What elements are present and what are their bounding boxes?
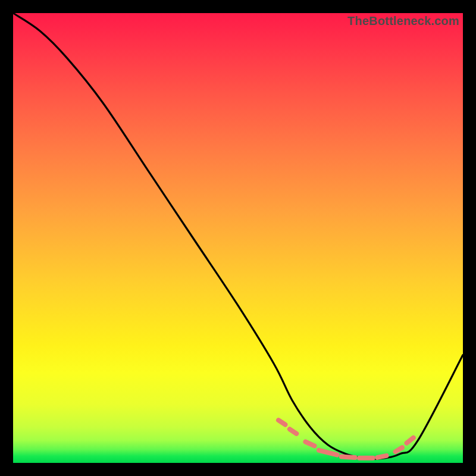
- dashed-marker-segment: [407, 438, 414, 443]
- dashed-marker-segment: [305, 442, 314, 446]
- dashed-marker-segment: [290, 429, 296, 434]
- dashed-marker-segment: [319, 450, 337, 455]
- dashed-marker-segment: [342, 456, 355, 458]
- dashed-marker-group: [278, 420, 414, 458]
- watermark-text: TheBottleneck.com: [347, 14, 459, 28]
- dashed-marker-segment: [278, 420, 285, 425]
- dashed-marker-segment: [377, 456, 386, 458]
- bottleneck-curve-line: [13, 13, 463, 459]
- dashed-marker-segment: [396, 447, 402, 452]
- bottleneck-curve-svg: [13, 13, 463, 463]
- chart-frame: TheBottleneck.com: [13, 13, 463, 463]
